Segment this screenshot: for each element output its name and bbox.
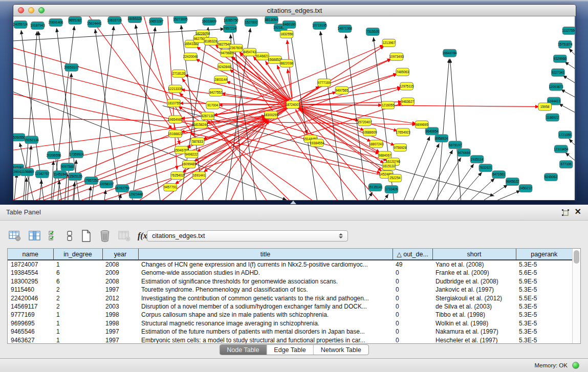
graph-node[interactable]: 12505135: [68, 173, 82, 181]
graph-node[interactable]: 20691406: [49, 18, 63, 26]
graph-node[interactable]: 8822038: [280, 59, 293, 67]
graph-node[interactable]: 9474444: [458, 149, 471, 157]
graph-node[interactable]: 9457791: [164, 184, 177, 191]
tab-node-table[interactable]: Node Table: [220, 345, 266, 355]
graph-node[interactable]: 12975115: [400, 82, 414, 90]
graph-node[interactable]: 10719195: [312, 21, 327, 29]
graph-node[interactable]: 18158244: [193, 121, 208, 128]
graph-node[interactable]: 15273005: [173, 16, 188, 23]
table-row[interactable]: 1938455462009Genome-wide association stu…: [8, 269, 572, 277]
graph-node[interactable]: 8186328: [204, 37, 217, 45]
graph-node[interactable]: 11156869: [20, 168, 34, 176]
graph-node[interactable]: 12923448: [128, 191, 143, 199]
graph-node[interactable]: 1186922: [546, 114, 559, 121]
delete-table-icon[interactable]: [99, 229, 111, 243]
graph-node[interactable]: 24055724: [13, 20, 28, 28]
graph-node[interactable]: 9146821: [256, 52, 269, 60]
graph-node[interactable]: 9097588: [61, 163, 74, 171]
graph-node[interactable]: 1810755: [167, 99, 181, 107]
graph-node[interactable]: 9827548: [218, 40, 231, 48]
graph-node[interactable]: 15152134: [24, 136, 39, 144]
graph-node[interactable]: 7485063: [396, 68, 409, 76]
graph-node[interactable]: 587833: [191, 138, 204, 145]
graph-node[interactable]: 1691441: [192, 172, 206, 180]
graph-node[interactable]: 10688609: [362, 128, 377, 136]
close-window-icon[interactable]: [18, 7, 24, 13]
graph-node[interactable]: 7857224: [224, 25, 237, 32]
panel-splitter-handle[interactable]: [290, 201, 296, 204]
graph-node[interactable]: 16099489: [182, 161, 197, 168]
minimize-window-icon[interactable]: [28, 7, 34, 13]
close-panel-icon[interactable]: ✕: [575, 207, 581, 216]
graph-node[interactable]: 17359924: [69, 150, 84, 158]
graph-node[interactable]: 1527602: [245, 18, 258, 26]
column-header-short[interactable]: short: [432, 249, 516, 260]
column-header-in_degree[interactable]: in_degree: [53, 249, 102, 260]
column-header-name[interactable]: name: [8, 249, 53, 260]
table-row[interactable]: 946362711997Embryonic stem cells: a mode…: [8, 336, 572, 344]
table-row[interactable]: 969969511998Structural magnetic resonanc…: [8, 319, 572, 327]
graph-node[interactable]: 15824441: [87, 19, 102, 27]
graph-node[interactable]: 2803144: [214, 76, 228, 83]
table-settings-icon[interactable]: [8, 230, 21, 242]
graph-node[interactable]: 12342757: [35, 170, 50, 178]
graph-node[interactable]: 15958: [538, 103, 552, 111]
graph-node[interactable]: 19187943: [30, 21, 45, 29]
graph-node[interactable]: 16782759: [115, 185, 129, 192]
graph-node[interactable]: 9497565: [335, 86, 349, 94]
graph-node[interactable]: 1145194: [53, 171, 67, 179]
graph-node[interactable]: 1733426: [385, 186, 398, 193]
table-source-select[interactable]: citations_edges.txt: [147, 230, 348, 242]
graph-node[interactable]: 12213339: [168, 85, 183, 93]
graph-node[interactable]: 10958107: [99, 181, 114, 188]
graph-node[interactable]: 19384554: [310, 139, 324, 147]
graph-node[interactable]: 18265750: [224, 16, 238, 24]
graph-node[interactable]: 15166822: [168, 130, 183, 138]
table-row[interactable]: 946554611997Estimation of the future num…: [8, 327, 572, 336]
graph-node[interactable]: 17654923: [396, 128, 410, 136]
graph-node[interactable]: 8466160: [282, 20, 296, 28]
graph-node[interactable]: 16033809: [202, 17, 217, 25]
graph-node[interactable]: 1615132: [382, 163, 396, 170]
graph-node[interactable]: 8454743: [243, 48, 256, 56]
graph-node[interactable]: 677106: [559, 161, 573, 168]
graph-node[interactable]: 9463627: [401, 98, 415, 105]
table-row[interactable]: 977716911998Corpus callosum shape and si…: [8, 311, 572, 319]
table-column-icon[interactable]: [28, 230, 41, 242]
graph-node[interactable]: 2450212: [519, 185, 532, 192]
graph-node[interactable]: 1213967: [382, 39, 396, 47]
graph-node[interactable]: 10973493: [389, 53, 404, 60]
tab-network-table[interactable]: Network Table: [313, 345, 368, 355]
graph-node[interactable]: 17957253: [84, 177, 99, 185]
graph-node[interactable]: 1832556: [280, 30, 293, 38]
column-header-pagerank[interactable]: pagerank: [516, 249, 572, 260]
graph-node[interactable]: 9329966: [553, 55, 567, 62]
graph-node[interactable]: 22420046: [183, 53, 198, 60]
graph-node[interactable]: 15135141: [368, 184, 383, 191]
graph-node[interactable]: 18724007: [286, 101, 300, 108]
zoom-window-icon[interactable]: [38, 7, 45, 13]
new-table-icon[interactable]: [80, 229, 92, 243]
graph-node[interactable]: 14671368: [338, 25, 353, 32]
graph-node[interactable]: 7632621: [479, 164, 492, 172]
graph-node[interactable]: 2367608: [229, 44, 243, 52]
graph-node[interactable]: 20653107: [64, 63, 79, 71]
graph-node[interactable]: 9498222: [185, 150, 198, 158]
graph-node[interactable]: 6471661: [492, 171, 506, 179]
graph-node[interactable]: 1721055: [558, 131, 572, 139]
table-row[interactable]: 2242004622012Investigating the contribut…: [8, 294, 572, 302]
graph-node[interactable]: 20206556: [47, 151, 61, 159]
graph-node[interactable]: 917004: [206, 101, 220, 109]
graph-node[interactable]: 252254: [388, 174, 402, 182]
graph-node[interactable]: 15720407: [357, 118, 372, 126]
graph-node[interactable]: 9245062: [545, 173, 558, 181]
network-canvas[interactable]: 2405572419187943206914069655282158244411…: [13, 16, 575, 200]
window-titlebar[interactable]: citations_edges.txt: [13, 5, 576, 16]
column-header-title[interactable]: title: [138, 249, 393, 260]
graph-node[interactable]: 8813054: [265, 16, 278, 24]
graph-node[interactable]: 9756928: [394, 144, 407, 151]
graph-node[interactable]: 10633726: [107, 16, 122, 24]
select-columns-icon[interactable]: [48, 230, 59, 242]
graph-node[interactable]: 19654985: [168, 116, 183, 123]
graph-node[interactable]: 1216055: [381, 101, 395, 109]
